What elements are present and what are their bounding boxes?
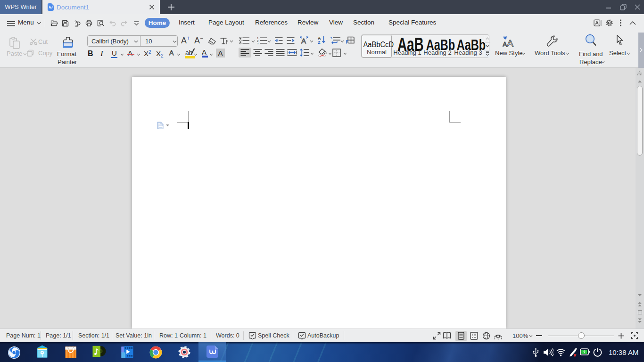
svg-text:Z: Z bbox=[318, 40, 321, 44]
svg-text:3: 3 bbox=[257, 42, 259, 45]
svg-text:A: A bbox=[301, 37, 306, 44]
svg-text:A: A bbox=[507, 38, 513, 48]
svg-text:A: A bbox=[169, 49, 174, 57]
